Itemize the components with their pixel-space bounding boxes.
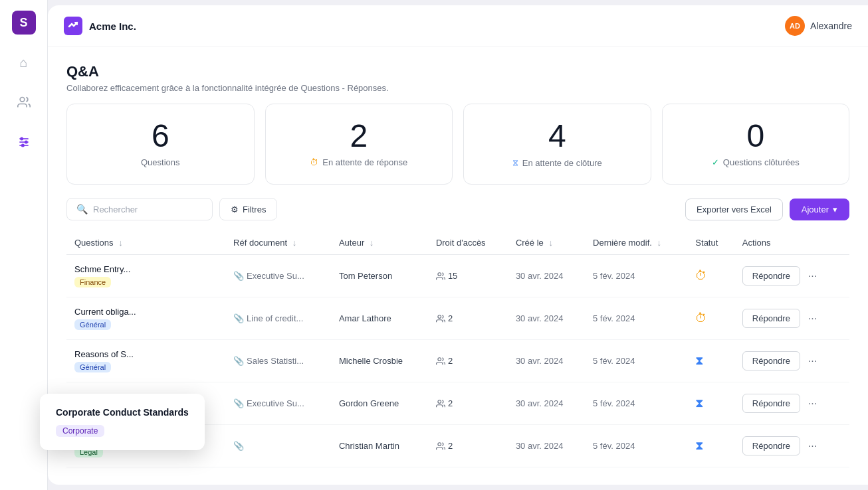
svg-point-9 — [438, 357, 441, 361]
doc-ref: 📎 Line of credit... — [233, 313, 323, 323]
author-name: Christian Martin — [339, 441, 399, 451]
stat-awaiting-number: 2 — [350, 120, 368, 152]
user-avatar: AD — [785, 16, 805, 36]
clip-icon: 📎 — [233, 313, 244, 323]
svg-point-6 — [21, 144, 23, 146]
modified-date: 5 fév. 2024 — [585, 382, 687, 425]
status-hourglass-icon: ⧗ — [695, 439, 704, 452]
stat-total: 6 Questions — [66, 104, 255, 185]
add-button[interactable]: Ajouter ▾ — [790, 199, 849, 220]
company-logo — [64, 17, 82, 35]
toolbar-right: Exporter vers Excel Ajouter ▾ — [685, 199, 849, 220]
reply-button[interactable]: Répondre — [742, 351, 800, 370]
col-actions: Actions — [734, 231, 849, 255]
sidebar-logo[interactable]: S — [12, 11, 36, 35]
modified-date: 5 fév. 2024 — [585, 255, 687, 297]
author-name: Gordon Greene — [339, 398, 399, 408]
access-count: 2 — [436, 356, 500, 366]
author-name: Amar Lathore — [339, 313, 391, 323]
clip-icon: 📎 — [233, 398, 244, 408]
svg-point-11 — [438, 442, 441, 446]
actions-cell: Répondre ··· — [742, 394, 841, 413]
modified-date: 5 fév. 2024 — [585, 340, 687, 382]
more-button[interactable]: ··· — [804, 268, 821, 285]
svg-point-7 — [438, 272, 441, 276]
filter-icon: ⚙ — [231, 204, 239, 214]
question-tag: Général — [74, 319, 111, 330]
created-date: 30 avr. 2024 — [508, 382, 585, 425]
page-subtitle: Collaborez efficacement grâce à la fonct… — [66, 83, 849, 93]
clip-icon: 📎 — [233, 271, 244, 281]
status-clock-icon: ⏱ — [695, 269, 707, 282]
reply-button[interactable]: Répondre — [742, 309, 800, 328]
closed-icon: ✓ — [712, 157, 719, 167]
status-hourglass-icon: ⧗ — [695, 396, 704, 410]
stat-closed-number: 0 — [746, 120, 764, 152]
question-name: Reasons of S... — [74, 349, 217, 359]
closing-icon: ⧖ — [512, 157, 518, 168]
created-date: 30 avr. 2024 — [508, 340, 585, 382]
author-name: Tom Peterson — [339, 271, 392, 281]
awaiting-icon: ⏱ — [310, 157, 318, 167]
question-name: Schme Entry... — [74, 264, 217, 274]
svg-point-4 — [21, 137, 23, 139]
sidebar-item-users[interactable] — [12, 90, 36, 114]
reply-button[interactable]: Répondre — [742, 394, 800, 413]
question-tag: Général — [74, 362, 111, 372]
col-access: Droit d'accès — [428, 231, 508, 255]
more-button[interactable]: ··· — [804, 438, 821, 455]
tooltip-title: Corporate Conduct Standards — [56, 407, 189, 418]
doc-ref: 📎 Executive Su... — [233, 398, 323, 408]
table-row: Current obliga... Général 📎 Line of cred… — [66, 297, 849, 340]
tooltip-card: Corporate Conduct Standards Corporate — [40, 394, 205, 450]
stat-closed-label: ✓ Questions clôturées — [712, 157, 800, 167]
more-button[interactable]: ··· — [804, 353, 821, 370]
user-name: Alexandre — [810, 21, 852, 31]
top-header: Acme Inc. AD Alexandre — [48, 5, 868, 47]
stat-closing-label: ⧖ En attente de clôture — [512, 157, 602, 168]
access-count: 15 — [436, 271, 500, 281]
stat-closed: 0 ✓ Questions clôturées — [662, 104, 850, 185]
export-button[interactable]: Exporter vers Excel — [685, 199, 783, 220]
header-right: AD Alexandre — [785, 16, 852, 36]
toolbar: 🔍 Rechercher ⚙ Filtres Exporter vers Exc… — [48, 198, 868, 231]
author-name: Michelle Crosbie — [339, 356, 403, 366]
more-button[interactable]: ··· — [804, 310, 821, 327]
search-icon: 🔍 — [76, 204, 88, 214]
col-author: Auteur ↓ — [331, 231, 428, 255]
tooltip-tag: Corporate — [56, 425, 104, 437]
search-input[interactable]: 🔍 Rechercher — [66, 198, 213, 220]
table-row: Schme Entry... Finance 📎 Executive Su...… — [66, 255, 849, 297]
sidebar-item-settings[interactable] — [12, 130, 36, 154]
question-name: Current obliga... — [74, 307, 217, 317]
actions-cell: Répondre ··· — [742, 309, 841, 328]
header-left: Acme Inc. — [64, 17, 136, 35]
more-button[interactable]: ··· — [804, 395, 821, 412]
stat-closing: 4 ⧖ En attente de clôture — [463, 104, 651, 185]
svg-point-0 — [20, 98, 25, 102]
page-title: Q&A — [66, 63, 849, 80]
created-date: 30 avr. 2024 — [508, 297, 585, 340]
chevron-down-icon: ▾ — [833, 204, 837, 214]
stat-awaiting-label: ⏱ En attente de réponse — [310, 157, 407, 167]
svg-point-10 — [438, 400, 441, 403]
clip-icon: 📎 — [233, 441, 244, 451]
doc-ref: 📎 Executive Su... — [233, 271, 323, 281]
modified-date: 5 fév. 2024 — [585, 297, 687, 340]
reply-button[interactable]: Répondre — [742, 436, 800, 455]
created-date: 30 avr. 2024 — [508, 255, 585, 297]
svg-point-5 — [25, 141, 27, 143]
filter-button[interactable]: ⚙ Filtres — [219, 198, 277, 220]
actions-cell: Répondre ··· — [742, 351, 841, 370]
col-ref: Réf document ↓ — [225, 231, 331, 255]
col-questions: Questions ↓ — [66, 231, 225, 255]
col-created: Créé le ↓ — [508, 231, 585, 255]
svg-point-8 — [438, 315, 441, 318]
doc-ref: 📎 Sales Statisti... — [233, 356, 323, 366]
page-header: Q&A Collaborez efficacement grâce à la f… — [48, 47, 868, 104]
sidebar-item-home[interactable]: ⌂ — [12, 50, 36, 74]
reply-button[interactable]: Répondre — [742, 266, 800, 286]
access-count: 2 — [436, 441, 500, 451]
clip-icon: 📎 — [233, 356, 244, 366]
actions-cell: Répondre ··· — [742, 266, 841, 286]
